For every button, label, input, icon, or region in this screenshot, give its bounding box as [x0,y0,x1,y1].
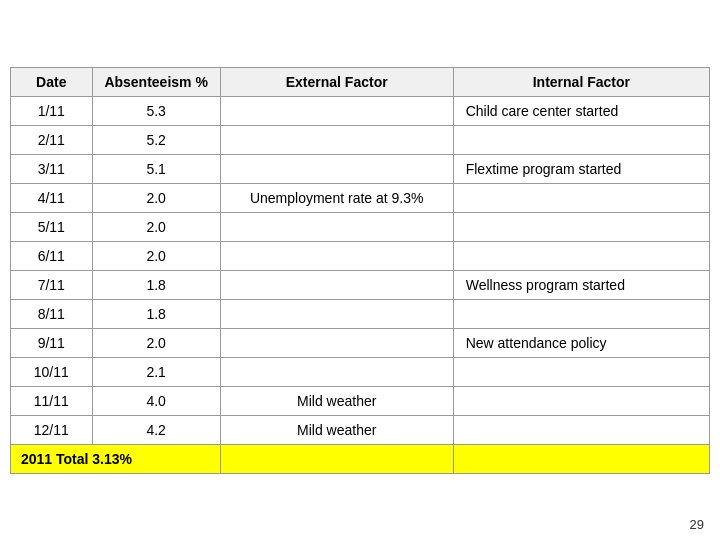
cell-abs: 1.8 [92,299,220,328]
cell-int [453,299,709,328]
cell-ext: Mild weather [220,415,453,444]
header-date: Date [11,67,93,96]
table-row: 11/114.0Mild weather [11,386,710,415]
cell-date: 4/11 [11,183,93,212]
cell-abs: 2.0 [92,183,220,212]
table-row: 7/111.8Wellness program started [11,270,710,299]
cell-ext [220,328,453,357]
cell-date: 7/11 [11,270,93,299]
cell-abs: 2.0 [92,241,220,270]
table-row: 10/112.1 [11,357,710,386]
cell-int: Wellness program started [453,270,709,299]
cell-date: 9/11 [11,328,93,357]
cell-abs: 4.0 [92,386,220,415]
cell-abs: 2.0 [92,212,220,241]
cell-int [453,241,709,270]
cell-ext [220,357,453,386]
cell-date: 11/11 [11,386,93,415]
cell-int [453,212,709,241]
cell-int [453,357,709,386]
table-row: 8/111.8 [11,299,710,328]
cell-abs: 4.2 [92,415,220,444]
cell-abs: 2.0 [92,328,220,357]
table-row: 12/114.2Mild weather [11,415,710,444]
cell-date: 2/11 [11,125,93,154]
header-abs: Absenteeism % [92,67,220,96]
table-row: 4/112.0Unemployment rate at 9.3% [11,183,710,212]
cell-ext [220,299,453,328]
page-container: Date Absenteeism % External Factor Inter… [10,67,710,474]
cell-ext [220,241,453,270]
header-int: Internal Factor [453,67,709,96]
table-row: 6/112.0 [11,241,710,270]
cell-ext [220,212,453,241]
cell-date: 1/11 [11,96,93,125]
cell-int: Flextime program started [453,154,709,183]
cell-int [453,125,709,154]
page-number: 29 [690,517,704,532]
cell-abs: 5.2 [92,125,220,154]
cell-abs: 5.1 [92,154,220,183]
cell-int [453,386,709,415]
cell-int: New attendance policy [453,328,709,357]
cell-int: Child care center started [453,96,709,125]
footer-ext [220,444,453,473]
footer-label: 2011 Total 3.13% [11,444,221,473]
cell-ext [220,96,453,125]
cell-date: 6/11 [11,241,93,270]
cell-date: 3/11 [11,154,93,183]
cell-ext: Mild weather [220,386,453,415]
footer-int [453,444,709,473]
cell-abs: 5.3 [92,96,220,125]
cell-ext [220,154,453,183]
table-row: 3/115.1Flextime program started [11,154,710,183]
table-row: 5/112.0 [11,212,710,241]
table-row: 1/115.3Child care center started [11,96,710,125]
cell-int [453,183,709,212]
cell-date: 10/11 [11,357,93,386]
table-row: 9/112.0New attendance policy [11,328,710,357]
table-header-row: Date Absenteeism % External Factor Inter… [11,67,710,96]
absenteeism-table: Date Absenteeism % External Factor Inter… [10,67,710,474]
cell-date: 8/11 [11,299,93,328]
cell-ext: Unemployment rate at 9.3% [220,183,453,212]
cell-abs: 1.8 [92,270,220,299]
cell-abs: 2.1 [92,357,220,386]
cell-int [453,415,709,444]
table-footer-row: 2011 Total 3.13% [11,444,710,473]
cell-ext [220,270,453,299]
cell-date: 12/11 [11,415,93,444]
cell-ext [220,125,453,154]
table-row: 2/115.2 [11,125,710,154]
header-ext: External Factor [220,67,453,96]
cell-date: 5/11 [11,212,93,241]
